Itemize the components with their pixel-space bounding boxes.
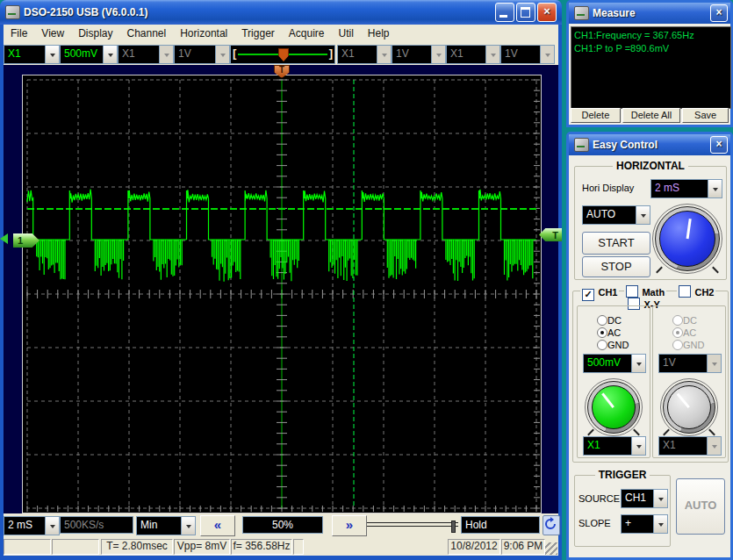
ch2-gnd-radio: GND [672,338,704,354]
chevron-down-icon[interactable] [631,355,645,372]
slider-right-bracket: ] [329,47,333,60]
easy-control-titlebar[interactable]: Easy Control × [569,134,730,155]
save-button[interactable]: Save [682,108,729,123]
menu-item-trigger[interactable]: Trigger [234,26,282,40]
ch3-probe-toolbar-combo: X1 [337,45,392,64]
status-time-cell: T= 2.80msec [101,539,173,555]
checkbox-unchecked-icon[interactable] [679,285,691,298]
menu-item-util[interactable]: Util [332,26,361,40]
status-date-cell: 10/8/2012 [448,539,500,555]
menu-item-view[interactable]: View [34,26,71,40]
hori-timebase-combo[interactable]: 2 mS [650,179,722,198]
ch2-checkbox[interactable]: CH2 [677,285,715,301]
page-left-button[interactable]: « [200,515,235,536]
measure-window: Measure × CH1:Frequency = 367.65Hz CH1:P… [566,0,733,127]
ch4-probe-toolbar-combo: X1 [446,45,500,64]
stop-button[interactable]: STOP [582,256,650,277]
ch1-gnd-radio[interactable]: GND [597,338,629,354]
easy-control-window: Easy Control × HORIZONTAL Hori Display 2… [566,132,733,560]
trigger-source-combo[interactable]: CH1 [621,489,668,508]
window-title: DSO-2150 USB (V6.0.0.1) [24,6,147,18]
scope-area: T 1 T [4,65,558,513]
trigger-source-label: SOURCE [578,493,620,504]
buffer-slider-thumb[interactable] [451,521,456,533]
easy-control-title: Easy Control [593,139,658,151]
hold-display: Hold [461,516,540,534]
menubar: File View Display Channel Horizontal Tri… [4,25,558,43]
ch1-volt-toolbar-combo[interactable]: 500mV [60,45,118,64]
menu-item-channel[interactable]: Channel [120,26,174,40]
maximize-button[interactable] [516,3,535,22]
chevron-down-icon[interactable] [45,517,59,535]
buffer-slider[interactable] [367,521,458,531]
trigger-position-slider[interactable]: [ ] [230,45,335,64]
minimize-button[interactable] [495,3,514,22]
acquire-mode-combo[interactable]: Min [136,516,196,535]
ch1-checkbox-label: CH1 [598,287,617,298]
refresh-button[interactable] [543,515,560,535]
chevron-down-icon[interactable] [708,180,722,197]
chevron-down-icon [431,46,445,63]
slider-left-bracket: [ [233,47,236,60]
measure-close-button[interactable]: × [710,4,728,22]
status-vpp-cell: Vpp= 8mV [174,539,230,555]
ch2-volt-combo: 1V [658,354,722,373]
resize-grip[interactable] [545,542,557,555]
ch1-probe-combo[interactable]: X1 [583,436,646,456]
chevron-down-icon[interactable] [103,46,117,63]
easy-control-close-button[interactable]: × [710,136,728,154]
ch2-subgroup: DC AC GND 1V X1 [652,305,726,458]
chevron-down-icon[interactable] [653,490,667,507]
close-button[interactable]: × [537,3,557,22]
chevron-down-icon[interactable] [631,437,645,455]
chevron-down-icon[interactable] [653,515,667,533]
ch1-checkbox[interactable]: ✓ CH1 [580,285,619,301]
trigger-mode-combo[interactable]: AUTO [582,205,650,225]
ch2-volt-toolbar-combo: 1V [174,45,230,64]
chevron-down-icon [159,46,173,63]
trigger-level-marker[interactable]: T [539,228,562,241]
start-button[interactable]: START [582,232,650,255]
menu-item-horizontal[interactable]: Horizontal [173,26,234,40]
scope-screen[interactable] [22,75,542,513]
measure-titlebar[interactable]: Measure × [569,3,730,24]
chevron-down-icon[interactable] [181,517,195,535]
ch2-dc-label: DC [683,315,697,326]
ch1-dc-label: DC [607,315,622,326]
desktop: { "glyphs": {"close":"×","check":"✓","pr… [0,0,733,560]
measure-display: CH1:Frequency = 367.65Hz CH1:P to P =890… [571,26,731,109]
delete-button[interactable]: Delete [571,108,621,123]
chevron-down-icon[interactable] [636,206,650,224]
refresh-icon [543,516,557,533]
ch1-gnd-label: GND [607,340,629,350]
slider-handle[interactable] [278,48,289,61]
delete-all-button[interactable]: Delete All [622,108,680,123]
ch1-volt-combo[interactable]: 500mV [583,354,646,373]
checkbox-checked-icon[interactable]: ✓ [582,289,594,301]
scroll-left-arrow-icon[interactable] [0,233,8,244]
bottom-control-bar: 2 mS 500KS/s Min « 50% » Hold [4,513,558,537]
timebase-combo[interactable]: 2 mS [4,516,60,535]
horizontal-knob[interactable] [652,204,722,274]
main-titlebar[interactable]: DSO-2150 USB (V6.0.0.1) × [0,0,562,25]
math-checkbox-label: Math [642,287,665,298]
trigger-slope-combo[interactable]: + [621,514,668,534]
page-right-button[interactable]: » [332,515,367,536]
hori-display-label: Hori Display [582,183,634,193]
menu-item-file[interactable]: File [4,26,34,40]
menu-item-display[interactable]: Display [71,26,119,40]
menu-item-acquire[interactable]: Acquire [282,26,332,40]
ch2-knob [660,378,718,436]
ch1-knob[interactable] [585,378,643,436]
ch1-subgroup: DC AC GND 500mV X1 [577,305,650,458]
chevron-down-icon[interactable] [45,46,59,63]
ch1-probe-toolbar-combo[interactable]: X1 [4,45,60,64]
trigger-auto-button: AUTO [676,478,725,535]
checkbox-unchecked-icon[interactable] [626,285,638,298]
ch1-ac-label: AC [607,327,621,338]
status-clock-cell: 9:06 PM [501,539,545,555]
menu-item-help[interactable]: Help [361,26,397,40]
waveform-plot [23,75,541,513]
chevron-down-icon [485,46,499,63]
horizontal-group: HORIZONTAL Hori Display 2 mS AUTO START … [574,166,727,280]
